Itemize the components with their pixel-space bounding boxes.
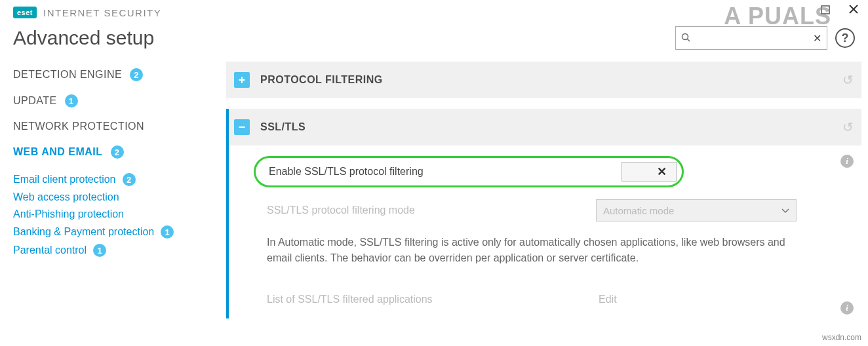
- sidebar: DETECTION ENGINE 2 UPDATE 1 NETWORK PROT…: [0, 62, 226, 318]
- eset-logo-badge: eset: [13, 7, 37, 18]
- section-title: PROTOCOL FILTERING: [260, 74, 383, 86]
- section-ssl-tls[interactable]: − SSL/TLS ↺: [226, 109, 861, 145]
- search-icon: [681, 33, 690, 44]
- enable-ssl-tls-toggle[interactable]: ✕: [621, 162, 677, 182]
- enable-ssl-tls-label: Enable SSL/TLS protocol filtering: [269, 166, 424, 178]
- sidebar-item-detection-engine[interactable]: DETECTION ENGINE 2: [13, 62, 226, 88]
- mode-description: In Automatic mode, SSL/TLS filtering is …: [237, 221, 827, 266]
- sidebar-item-label: UPDATE: [13, 95, 57, 107]
- enable-ssl-tls-row: Enable SSL/TLS protocol filtering ✕: [254, 156, 684, 187]
- sidebar-sub-label: Banking & Payment protection: [13, 226, 154, 238]
- edit-link[interactable]: Edit: [596, 294, 797, 305]
- ssl-tls-body: i Enable SSL/TLS protocol filtering ✕ SS…: [226, 145, 861, 318]
- sidebar-sub-web-access-protection[interactable]: Web access protection: [13, 189, 226, 206]
- section-title: SSL/TLS: [260, 121, 306, 133]
- info-icon[interactable]: i: [840, 155, 854, 168]
- sidebar-item-label: DETECTION ENGINE: [13, 69, 122, 81]
- collapse-icon[interactable]: −: [234, 119, 250, 135]
- sidebar-item-network-protection[interactable]: NETWORK PROTECTION: [13, 114, 226, 139]
- expand-icon[interactable]: +: [234, 72, 250, 88]
- help-button[interactable]: ?: [835, 28, 855, 48]
- undo-icon[interactable]: ↺: [842, 72, 854, 88]
- filtered-apps-row: List of SSL/TLS filtered applications Ed…: [237, 266, 814, 305]
- badge: 1: [65, 94, 78, 107]
- filtered-apps-label: List of SSL/TLS filtered applications: [267, 294, 433, 305]
- toggle-off-icon: ✕: [657, 164, 667, 179]
- badge: 1: [93, 244, 106, 257]
- filtering-mode-select[interactable]: Automatic mode: [596, 199, 797, 221]
- section-protocol-filtering[interactable]: + PROTOCOL FILTERING ↺: [226, 62, 861, 98]
- sidebar-sub-parental-control[interactable]: Parental control 1: [13, 241, 226, 260]
- sidebar-sub-label: Parental control: [13, 244, 87, 256]
- badge: 2: [123, 173, 136, 186]
- svg-point-3: [682, 33, 688, 39]
- filtering-mode-label: SSL/TLS protocol filtering mode: [267, 204, 415, 216]
- sidebar-item-web-and-email[interactable]: WEB AND EMAIL 2: [13, 139, 226, 165]
- sidebar-item-label: WEB AND EMAIL: [13, 146, 103, 158]
- sidebar-sub-anti-phishing-protection[interactable]: Anti-Phishing protection: [13, 206, 226, 223]
- sidebar-item-update[interactable]: UPDATE 1: [13, 88, 226, 114]
- page-title: Advanced setup: [13, 27, 154, 49]
- source-watermark: wsxdn.com: [822, 333, 861, 342]
- sidebar-item-label: NETWORK PROTECTION: [13, 121, 144, 132]
- badge: 2: [111, 145, 124, 159]
- sidebar-sub-label: Email client protection: [13, 174, 116, 185]
- chevron-down-icon: [781, 205, 789, 216]
- info-icon[interactable]: i: [840, 301, 854, 315]
- badge: 2: [130, 68, 143, 81]
- sidebar-sub-email-client-protection[interactable]: Email client protection 2: [13, 170, 226, 189]
- main-panel: + PROTOCOL FILTERING ↺ − SSL/TLS ↺ i Ena…: [226, 62, 868, 318]
- sidebar-sub-label: Web access protection: [13, 191, 119, 203]
- appuals-watermark-logo: A PUALS: [724, 3, 831, 30]
- search-input[interactable]: [693, 33, 813, 43]
- badge: 1: [161, 225, 174, 239]
- clear-search-icon[interactable]: ✕: [813, 32, 821, 45]
- filtering-mode-row: SSL/TLS protocol filtering mode Automati…: [237, 187, 814, 221]
- undo-icon[interactable]: ↺: [842, 119, 854, 135]
- close-icon[interactable]: [848, 4, 859, 18]
- filtering-mode-value: Automatic mode: [603, 205, 674, 216]
- sidebar-sub-label: Anti-Phishing protection: [13, 208, 124, 220]
- product-name: INTERNET SECURITY: [43, 7, 161, 18]
- sidebar-sub-banking-payment-protection[interactable]: Banking & Payment protection 1: [13, 223, 226, 241]
- svg-line-4: [688, 39, 690, 41]
